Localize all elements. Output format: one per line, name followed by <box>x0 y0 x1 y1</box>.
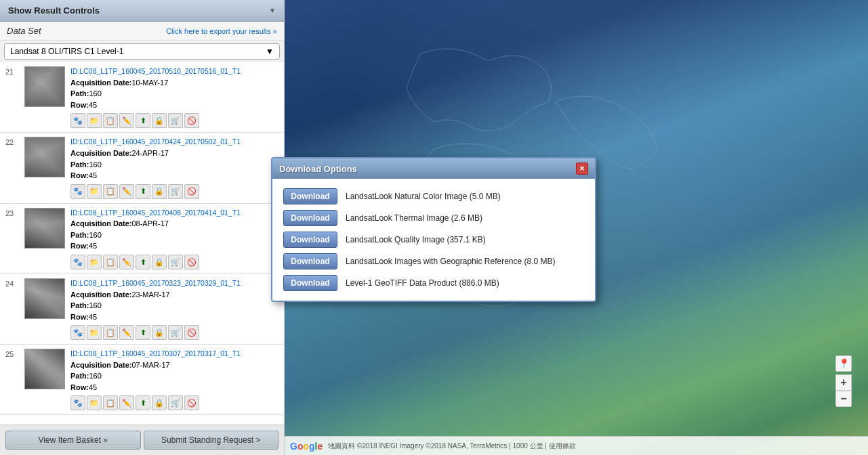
result-row: Row:45 <box>70 382 278 393</box>
action-exclude-icon[interactable]: 🚫 <box>184 325 199 340</box>
download-option-button-3[interactable]: Download <box>283 253 337 269</box>
download-option-button-0[interactable]: Download <box>283 188 337 204</box>
action-folder-icon[interactable]: 📁 <box>87 325 102 340</box>
result-info: ID:LC08_L1TP_160045_20170408_20170414_01… <box>70 208 278 269</box>
action-basket-icon[interactable]: 🛒 <box>168 255 183 269</box>
export-link[interactable]: Click here to export your results » <box>166 27 277 35</box>
download-option-button-2[interactable]: Download <box>283 232 337 248</box>
action-basket-icon[interactable]: 🛒 <box>168 113 183 128</box>
map-pin-button[interactable]: 📍 <box>835 355 852 372</box>
result-id[interactable]: ID:LC08_L1TP_160045_20170510_20170516_01… <box>70 66 278 77</box>
action-exclude-icon[interactable]: 🚫 <box>184 255 199 269</box>
result-id[interactable]: ID:LC08_L1TP_160045_20170323_20170329_01… <box>70 278 278 289</box>
panel-footer: View Item Basket » Submit Standing Reque… <box>0 425 284 455</box>
action-order-icon[interactable]: 🔒 <box>152 325 167 340</box>
download-option-label-3: LandsatLook Images with Geographic Refer… <box>346 257 556 266</box>
action-basket-icon[interactable]: 🛒 <box>168 395 183 410</box>
result-actions: 🐾 📁 📋 ✏️ ⬆ 🔒 🛒 🚫 <box>70 325 278 340</box>
result-path: Path:160 <box>70 230 278 241</box>
download-option-label-4: Level-1 GeoTIFF Data Product (886.0 MB) <box>346 278 499 288</box>
download-option-row: Download LandsatLook Natural Color Image… <box>283 188 584 204</box>
action-order-icon[interactable]: 🔒 <box>152 113 167 128</box>
action-order-icon[interactable]: 🔒 <box>152 395 167 410</box>
action-compare-icon[interactable]: 📋 <box>103 184 118 199</box>
action-footprint-icon[interactable]: 🐾 <box>70 113 85 128</box>
result-path: Path:160 <box>70 159 278 171</box>
result-thumbnail <box>24 208 65 248</box>
action-download-icon[interactable]: ⬆ <box>136 255 150 269</box>
download-option-button-4[interactable]: Download <box>283 275 337 291</box>
download-option-label-2: LandsatLook Quality Image (357.1 KB) <box>346 235 486 244</box>
download-option-row: Download LandsatLook Quality Image (357.… <box>283 232 584 248</box>
action-footprint-icon[interactable]: 🐾 <box>70 395 85 410</box>
result-row: Row:45 <box>70 170 278 181</box>
action-download-icon[interactable]: ⬆ <box>136 395 150 410</box>
header-dropdown-arrow: ▼ <box>269 7 276 14</box>
action-compare-icon[interactable]: 📋 <box>103 255 118 269</box>
action-compare-icon[interactable]: 📋 <box>103 113 118 128</box>
modal-close-button[interactable]: × <box>576 162 588 175</box>
action-basket-icon[interactable]: 🛒 <box>168 325 183 340</box>
result-info: ID:LC08_L1TP_160045_20170424_20170502_01… <box>70 137 278 198</box>
dataset-dropdown-arrow: ▼ <box>266 47 274 56</box>
result-actions: 🐾 📁 📋 ✏️ ⬆ 🔒 🛒 🚫 <box>70 184 278 199</box>
download-option-label-0: LandsatLook Natural Color Image (5.0 MB) <box>346 192 501 201</box>
result-number: 23 <box>5 208 19 217</box>
action-download-icon[interactable]: ⬆ <box>136 184 150 199</box>
action-compare-icon[interactable]: 📋 <box>103 395 118 410</box>
result-id[interactable]: ID:LC08_L1TP_160045_20170408_20170414_01… <box>70 208 278 219</box>
result-actions: 🐾 📁 📋 ✏️ ⬆ 🔒 🛒 🚫 <box>70 395 278 410</box>
action-order-icon[interactable]: 🔒 <box>152 184 167 199</box>
map-controls: 📍 + − <box>835 355 852 407</box>
action-edit-icon[interactable]: ✏️ <box>119 184 134 199</box>
view-basket-button[interactable]: View Item Basket » <box>5 431 141 450</box>
result-number: 24 <box>5 278 19 288</box>
action-edit-icon[interactable]: ✏️ <box>119 113 134 128</box>
dataset-label: Data Set <box>7 26 41 36</box>
zoom-out-button[interactable]: − <box>835 391 852 407</box>
action-edit-icon[interactable]: ✏️ <box>119 395 134 410</box>
result-id[interactable]: ID:LC08_L1TP_160045_20170424_20170502_01… <box>70 137 278 148</box>
download-option-button-1[interactable]: Download <box>283 210 337 226</box>
action-edit-icon[interactable]: ✏️ <box>119 255 134 269</box>
action-footprint-icon[interactable]: 🐾 <box>70 325 85 340</box>
action-footprint-icon[interactable]: 🐾 <box>70 184 85 199</box>
action-folder-icon[interactable]: 📁 <box>87 395 102 410</box>
dataset-section: Data Set Click here to export your resul… <box>0 22 284 41</box>
submit-request-button[interactable]: Submit Standing Request > <box>144 431 279 450</box>
action-order-icon[interactable]: 🔒 <box>152 255 167 269</box>
google-logo: Google <box>290 441 323 452</box>
left-panel: Show Result Controls ▼ Data Set Click he… <box>0 0 285 455</box>
dataset-dropdown[interactable]: Landsat 8 OLI/TIRS C1 Level-1 ▼ <box>4 43 280 60</box>
download-modal: Download Options × Download LandsatLook … <box>271 157 596 302</box>
action-folder-icon[interactable]: 📁 <box>87 255 102 269</box>
result-number: 22 <box>5 137 19 146</box>
action-download-icon[interactable]: ⬆ <box>136 113 150 128</box>
action-compare-icon[interactable]: 📋 <box>103 325 118 340</box>
google-attribution-bar: Google 地圖資料 ©2018 INEGI Imagery ©2018 NA… <box>285 436 868 455</box>
action-download-icon[interactable]: ⬆ <box>136 325 150 340</box>
zoom-in-button[interactable]: + <box>835 374 852 391</box>
result-id[interactable]: ID:LC08_L1TP_160045_20170307_20170317_01… <box>70 349 278 360</box>
result-actions: 🐾 📁 📋 ✏️ ⬆ 🔒 🛒 🚫 <box>70 255 278 269</box>
action-footprint-icon[interactable]: 🐾 <box>70 255 85 269</box>
modal-body: Download LandsatLook Natural Color Image… <box>272 179 595 301</box>
modal-header: Download Options × <box>272 158 595 179</box>
result-info: ID:LC08_L1TP_160045_20170323_20170329_01… <box>70 278 278 340</box>
result-row: Row:45 <box>70 240 278 252</box>
action-exclude-icon[interactable]: 🚫 <box>184 113 199 128</box>
action-folder-icon[interactable]: 📁 <box>87 184 102 199</box>
result-number: 21 <box>5 66 19 76</box>
google-attribution-text: 地圖資料 ©2018 INEGI Imagery ©2018 NASA, Ter… <box>328 441 575 451</box>
panel-header[interactable]: Show Result Controls ▼ <box>0 0 284 22</box>
action-folder-icon[interactable]: 📁 <box>87 113 102 128</box>
result-thumbnail <box>24 278 65 319</box>
action-exclude-icon[interactable]: 🚫 <box>184 395 199 410</box>
result-path: Path:160 <box>70 300 278 311</box>
result-item: 25 ID:LC08_L1TP_160045_20170307_20170317… <box>0 345 284 415</box>
dataset-selected: Landsat 8 OLI/TIRS C1 Level-1 <box>10 47 123 56</box>
action-exclude-icon[interactable]: 🚫 <box>184 184 199 199</box>
result-info: ID:LC08_L1TP_160045_20170510_20170516_01… <box>70 66 278 128</box>
action-edit-icon[interactable]: ✏️ <box>119 325 134 340</box>
action-basket-icon[interactable]: 🛒 <box>168 184 183 199</box>
